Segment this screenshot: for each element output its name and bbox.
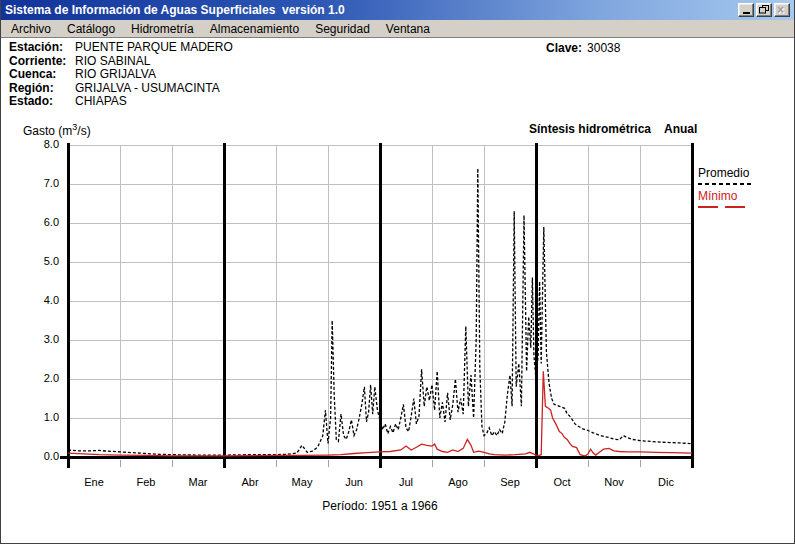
menu-item-hidrometria[interactable]: Hidrometría [123, 21, 202, 37]
menu-item-catalogo[interactable]: Catálogo [59, 21, 123, 37]
chart-legend: Promedio Mínimo [698, 166, 751, 208]
chart-title-text: Síntesis hidrométrica [529, 122, 651, 136]
y-axis-title: Gasto (m3/s) [23, 122, 91, 138]
y-tick-label: 1.0 [19, 411, 59, 423]
x-tick-label: Dic [640, 476, 692, 488]
restore-icon [759, 5, 769, 14]
x-tick-label: Ene [68, 476, 120, 488]
menu-item-seguridad[interactable]: Seguridad [307, 21, 378, 37]
chart-caption: Período: 1951 a 1966 [68, 499, 692, 513]
minimize-button[interactable] [738, 3, 754, 17]
menu-item-archivo[interactable]: Archivo [3, 21, 59, 37]
legend-label-minimo: Mínimo [698, 189, 751, 203]
client-area: Estación:PUENTE PARQUE MADERO Corriente:… [1, 39, 794, 544]
legend-label-promedio: Promedio [698, 166, 751, 180]
x-tick-label: Mar [172, 476, 224, 488]
x-tick-label: Abr [224, 476, 276, 488]
x-tick-label: Nov [588, 476, 640, 488]
x-tick-label: Sep [484, 476, 536, 488]
plot-series-svg [68, 145, 692, 457]
y-tick-label: 5.0 [19, 255, 59, 267]
restore-button[interactable] [756, 3, 772, 17]
y-tick-label: 4.0 [19, 294, 59, 306]
minimize-icon [743, 12, 750, 14]
chart-subtitle-text: Anual [664, 122, 697, 136]
y-tick-label: 3.0 [19, 333, 59, 345]
y-axis-title-suffix: /s) [77, 124, 90, 138]
close-button[interactable]: × [774, 3, 790, 17]
y-tick-label: 7.0 [19, 177, 59, 189]
window-title: Sistema de Información de Aguas Superfic… [5, 3, 345, 17]
y-tick-label: 0.0 [19, 450, 59, 462]
legend-line-minimo-icon [698, 206, 746, 208]
legend-line-promedio-icon [698, 183, 751, 185]
x-tick-label: Jun [328, 476, 380, 488]
y-tick-label: 8.0 [19, 138, 59, 150]
x-tick-label: Feb [120, 476, 172, 488]
x-tick-label: Ago [432, 476, 484, 488]
x-tick-label: Oct [536, 476, 588, 488]
x-tick-label: Jul [380, 476, 432, 488]
menu-item-almacenamiento[interactable]: Almacenamiento [202, 21, 307, 37]
chart-title: Síntesis hidrométrica Anual [529, 122, 697, 136]
window-controls: × [738, 3, 790, 17]
y-tick-label: 2.0 [19, 372, 59, 384]
titlebar: Sistema de Información de Aguas Superfic… [1, 0, 794, 20]
x-tick-label: May [276, 476, 328, 488]
menubar: Archivo Catálogo Hidrometría Almacenamie… [1, 20, 794, 38]
close-icon: × [777, 3, 784, 17]
y-tick-label: 6.0 [19, 216, 59, 228]
hydrograph-chart: Gasto (m3/s) Síntesis hidrométrica Anual… [1, 39, 795, 544]
y-axis-title-text: Gasto (m [23, 124, 72, 138]
app-window: Sistema de Información de Aguas Superfic… [0, 0, 795, 544]
menu-item-ventana[interactable]: Ventana [378, 21, 438, 37]
